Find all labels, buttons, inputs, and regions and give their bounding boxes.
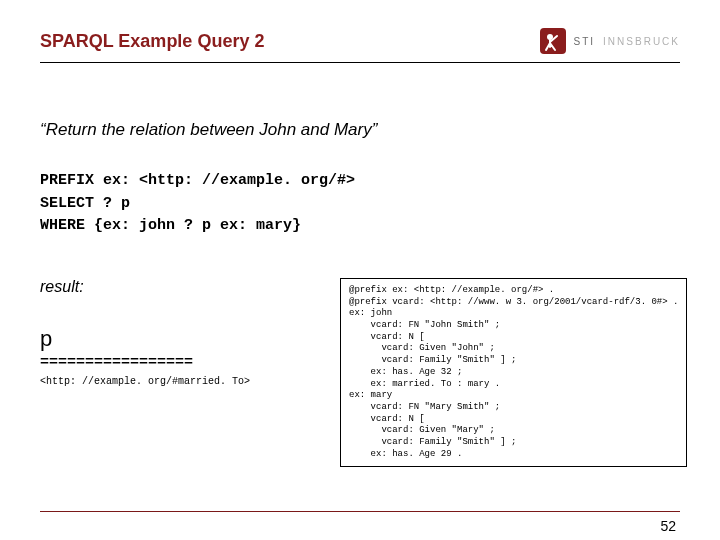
lower-section: result: p ================= <http: //exa… — [40, 278, 680, 467]
result-label: result: — [40, 278, 320, 296]
logo-sti-text: STI — [574, 36, 596, 47]
header-rule — [40, 62, 680, 63]
slide-title: SPARQL Example Query 2 — [40, 31, 264, 52]
header: SPARQL Example Query 2 STI INNSBRUCK — [40, 28, 680, 54]
slide: SPARQL Example Query 2 STI INNSBRUCK “Re… — [0, 0, 720, 540]
result-heading: p — [40, 326, 320, 352]
logo-city-text: INNSBRUCK — [603, 36, 680, 47]
query-line-where: WHERE {ex: john ? p ex: mary} — [40, 215, 680, 238]
query-line-prefix: PREFIX ex: <http: //example. org/#> — [40, 170, 680, 193]
rdf-data-box: @prefix ex: <http: //example. org/#> . @… — [340, 278, 687, 467]
result-separator: ================= — [40, 354, 320, 371]
result-column: result: p ================= <http: //exa… — [40, 278, 320, 387]
footer-rule — [40, 511, 680, 512]
query-description: “Return the relation between John and Ma… — [40, 120, 680, 140]
sparql-query: PREFIX ex: <http: //example. org/#> SELE… — [40, 170, 680, 238]
page-number: 52 — [660, 518, 676, 534]
logo-mark-icon — [540, 28, 566, 54]
content: “Return the relation between John and Ma… — [40, 120, 680, 238]
query-line-select: SELECT ? p — [40, 193, 680, 216]
sti-logo: STI INNSBRUCK — [540, 28, 680, 54]
result-uri: <http: //example. org/#married. To> — [40, 376, 320, 387]
svg-rect-0 — [540, 28, 566, 54]
